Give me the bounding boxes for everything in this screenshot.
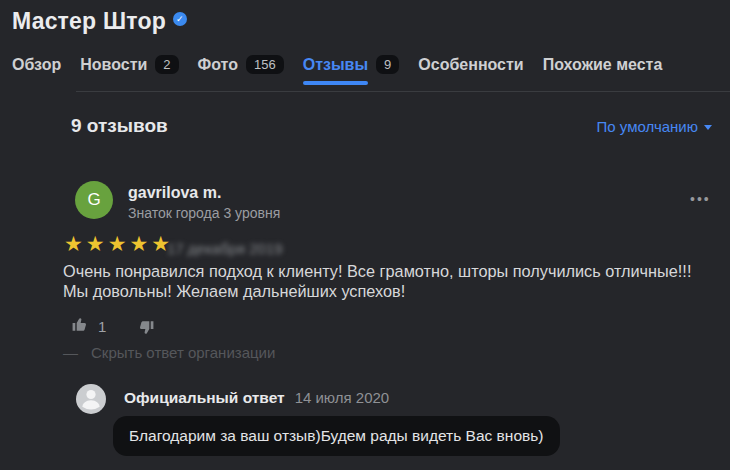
review-text-line: Очень понравился подход к клиенту! Все г… bbox=[63, 262, 691, 282]
tab-photos[interactable]: Фото 156 bbox=[198, 55, 284, 74]
tab-label: Обзор bbox=[12, 56, 61, 74]
tab-label: Фото bbox=[198, 56, 238, 74]
tab-badge: 156 bbox=[246, 55, 284, 74]
review-text: Очень понравился подход к клиенту! Все г… bbox=[63, 262, 691, 301]
tab-features[interactable]: Особенности bbox=[418, 56, 523, 74]
tab-bar: Обзор Новости 2 Фото 156 Отзывы 9 Особен… bbox=[12, 55, 662, 74]
reviewer-level: Знаток города 3 уровня bbox=[128, 205, 280, 221]
tabs-divider bbox=[76, 91, 730, 92]
official-reply-title: Официальный ответ bbox=[124, 389, 285, 407]
like-count: 1 bbox=[98, 318, 106, 335]
reviewer-name[interactable]: gavrilova m. bbox=[128, 184, 221, 202]
more-menu-icon[interactable]: ••• bbox=[690, 191, 711, 207]
like-button[interactable] bbox=[71, 315, 90, 337]
tab-label: Похожие места bbox=[543, 56, 663, 74]
review-text-line: Мы довольны! Желаем дальнейших успехов! bbox=[63, 282, 691, 302]
tab-label: Особенности bbox=[418, 56, 523, 74]
tab-badge: 2 bbox=[155, 55, 178, 74]
tab-overview[interactable]: Обзор bbox=[12, 56, 61, 74]
tab-reviews[interactable]: Отзывы 9 bbox=[303, 55, 400, 74]
official-reply-date: 14 июля 2020 bbox=[295, 389, 390, 406]
tab-similar-places[interactable]: Похожие места bbox=[543, 56, 663, 74]
organization-avatar bbox=[76, 384, 106, 414]
thumbs-down-icon bbox=[136, 318, 155, 340]
tab-badge: 9 bbox=[376, 55, 399, 74]
reviews-section-header: 9 отзывов По умолчанию bbox=[71, 115, 712, 137]
reviewer-avatar[interactable]: G bbox=[75, 181, 113, 219]
tab-label: Отзывы bbox=[303, 56, 368, 74]
dislike-button[interactable] bbox=[136, 318, 155, 340]
page-title: Мастер Штор bbox=[12, 8, 166, 35]
rating-stars: ★★★★★ bbox=[64, 232, 173, 256]
thumbs-up-icon bbox=[71, 315, 90, 337]
reviews-count-title: 9 отзывов bbox=[71, 115, 168, 137]
reactions-row: 1 bbox=[71, 312, 155, 340]
official-reply-bubble: Благодарим за ваш отзыв)Будем рады видет… bbox=[113, 416, 560, 456]
person-silhouette-icon bbox=[76, 384, 106, 414]
chevron-down-icon bbox=[704, 125, 712, 130]
hide-org-reply-link[interactable]: —Скрыть ответ организации bbox=[63, 344, 275, 361]
tab-label: Новости bbox=[80, 56, 147, 74]
hide-org-reply-label: Скрыть ответ организации bbox=[91, 344, 275, 361]
verified-badge-icon: ✓ bbox=[173, 12, 187, 26]
review-date-blurred: 17 декабря 2019 bbox=[167, 240, 283, 257]
tab-news[interactable]: Новости 2 bbox=[80, 55, 178, 74]
official-reply-header: Официальный ответ 14 июля 2020 bbox=[124, 389, 389, 407]
sort-dropdown[interactable]: По умолчанию bbox=[597, 118, 712, 135]
dash-icon: — bbox=[63, 344, 78, 361]
sort-label: По умолчанию bbox=[597, 118, 698, 135]
page-header: Мастер Штор ✓ bbox=[12, 8, 187, 35]
